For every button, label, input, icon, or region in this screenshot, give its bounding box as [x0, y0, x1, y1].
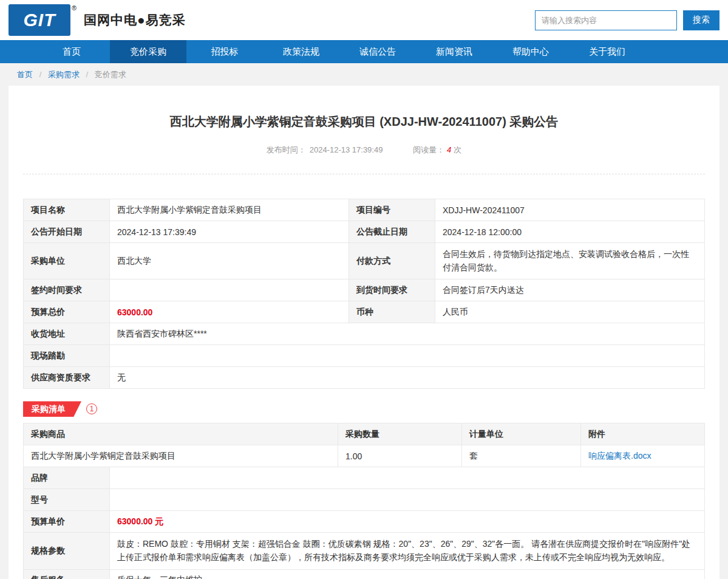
table-row: 型号	[24, 489, 705, 511]
table-row: 收货地址 陕西省西安市碑林区****	[24, 323, 705, 345]
item-unit: 套	[462, 445, 581, 467]
col-header-unit: 计量单位	[462, 423, 581, 445]
purchase-list-table: 采购商品 采购数量 计量单位 附件 西北大学附属小学紫铜定音鼓采购项目 1.00…	[23, 423, 705, 579]
publish-time-value: 2024-12-13 17:39:49	[310, 145, 383, 154]
table-row: 品牌	[24, 467, 705, 489]
announcement-meta: 发布时间：2024-12-13 17:39:49 阅读量：4次	[23, 145, 705, 174]
qualification-label: 供应商资质要求	[24, 367, 110, 389]
address-label: 收货地址	[24, 323, 110, 345]
spec-value: 鼓皮：REMO 鼓腔：专用铜材 支架：超强铝合金 鼓圈：优质碳素钢 规格：20"…	[110, 533, 705, 569]
payment-label: 付款方式	[349, 243, 435, 279]
nav-item-tender[interactable]: 招投标	[186, 40, 263, 63]
purchase-list-badge: 采购清单	[23, 401, 81, 417]
buyer-label: 采购单位	[24, 243, 110, 279]
end-date-label: 公告截止日期	[349, 221, 435, 243]
search-area: 搜索	[535, 10, 719, 30]
brand-label: 品牌	[24, 467, 110, 489]
views-label: 阅读量：	[413, 145, 444, 154]
project-name-label: 项目名称	[24, 199, 110, 221]
announcement-card: 西北大学附属小学紫铜定音鼓采购项目 (XDJJ-HW-202411007) 采购…	[9, 86, 719, 579]
table-row: 采购单位 西北大学 付款方式 合同生效后，待货物到达指定地点、安装调试验收合格后…	[24, 243, 705, 279]
breadcrumb: 首页 / 采购需求 / 竞价需求	[0, 63, 728, 86]
breadcrumb-current: 竞价需求	[95, 70, 126, 79]
brand-value	[110, 467, 705, 489]
service-label: 售后服务	[24, 569, 110, 579]
table-row: 项目名称 西北大学附属小学紫铜定音鼓采购项目 项目编号 XDJJ-HW-2024…	[24, 199, 705, 221]
search-input[interactable]	[535, 10, 677, 30]
model-value	[110, 489, 705, 511]
payment-value: 合同生效后，待货物到达指定地点、安装调试验收合格后，一次性付清合同货款。	[435, 243, 705, 279]
project-info-table: 项目名称 西北大学附属小学紫铜定音鼓采购项目 项目编号 XDJJ-HW-2024…	[23, 199, 705, 389]
item-quantity: 1.00	[338, 445, 462, 467]
col-header-attachment: 附件	[581, 423, 705, 445]
nav-item-policy[interactable]: 政策法规	[263, 40, 339, 63]
views-count: 4	[447, 145, 451, 154]
project-no-value: XDJJ-HW-202411007	[435, 199, 705, 221]
start-date-value: 2024-12-13 17:39:49	[110, 221, 349, 243]
site-visit-label: 现场踏勘	[24, 345, 110, 367]
site-logo[interactable]: GIT	[9, 4, 70, 36]
table-row: 签约时间要求 到货时间要求 合同签订后7天内送达	[24, 279, 705, 301]
start-date-label: 公告开始日期	[24, 221, 110, 243]
logo-text: GIT	[24, 10, 56, 30]
delivery-time-value: 合同签订后7天内送达	[435, 279, 705, 301]
search-button[interactable]: 搜索	[683, 10, 719, 30]
nav-item-news[interactable]: 新闻资讯	[416, 40, 492, 63]
attachment-link[interactable]: 响应偏离表.docx	[588, 451, 651, 461]
site-visit-value	[110, 345, 705, 367]
table-row: 现场踏勘	[24, 345, 705, 367]
sign-time-value	[110, 279, 349, 301]
qualification-value: 无	[110, 367, 705, 389]
purchase-list-header: 采购清单 1	[23, 401, 705, 417]
project-no-label: 项目编号	[349, 199, 435, 221]
breadcrumb-purchase-demand[interactable]: 采购需求	[48, 70, 80, 79]
page-title: 西北大学附属小学紫铜定音鼓采购项目 (XDJJ-HW-202411007) 采购…	[23, 86, 705, 130]
breadcrumb-separator: /	[86, 70, 89, 79]
table-row: 供应商资质要求 无	[24, 367, 705, 389]
col-header-product: 采购商品	[24, 423, 338, 445]
buyer-value: 西北大学	[110, 243, 349, 279]
unit-price-value: 63000.00 元	[110, 511, 705, 533]
table-row: 预算单价 63000.00 元	[24, 511, 705, 533]
table-row: 规格参数 鼓皮：REMO 鼓腔：专用铜材 支架：超强铝合金 鼓圈：优质碳素钢 规…	[24, 533, 705, 569]
budget-label: 预算总价	[24, 301, 110, 323]
address-value: 陕西省西安市碑林区****	[110, 323, 705, 345]
spec-label: 规格参数	[24, 533, 110, 569]
nav-item-integrity[interactable]: 诚信公告	[339, 40, 416, 63]
currency-value: 人民币	[435, 301, 705, 323]
unit-price-label: 预算单价	[24, 511, 110, 533]
currency-label: 币种	[349, 301, 435, 323]
site-title: 国网中电●易竞采	[84, 12, 186, 29]
nav-item-home[interactable]: 首页	[33, 40, 110, 63]
main-nav: 首页 竞价采购 招投标 政策法规 诚信公告 新闻资讯 帮助中心 关于我们	[0, 40, 728, 63]
delivery-time-label: 到货时间要求	[349, 279, 435, 301]
purchase-list-count-badge: 1	[86, 403, 97, 414]
table-row: 售后服务 质保十年，三年内维护。	[24, 569, 705, 579]
table-header-row: 采购商品 采购数量 计量单位 附件	[24, 423, 705, 445]
breadcrumb-home[interactable]: 首页	[17, 70, 33, 79]
project-name-value: 西北大学附属小学紫铜定音鼓采购项目	[110, 199, 349, 221]
service-value: 质保十年，三年内维护。	[110, 569, 705, 579]
table-row: 西北大学附属小学紫铜定音鼓采购项目 1.00 套 响应偏离表.docx	[24, 445, 705, 467]
publish-time-label: 发布时间：	[267, 145, 306, 154]
site-header: GIT ® 国网中电●易竞采 搜索	[0, 0, 728, 40]
breadcrumb-separator: /	[39, 70, 42, 79]
registered-mark-icon: ®	[72, 4, 77, 12]
nav-item-about[interactable]: 关于我们	[569, 40, 645, 63]
views-unit: 次	[454, 145, 461, 154]
col-header-quantity: 采购数量	[338, 423, 462, 445]
nav-item-bidding-purchase[interactable]: 竞价采购	[110, 40, 186, 63]
sign-time-label: 签约时间要求	[24, 279, 110, 301]
nav-item-help[interactable]: 帮助中心	[492, 40, 569, 63]
budget-value: 63000.00	[110, 301, 349, 323]
end-date-value: 2024-12-18 12:00:00	[435, 221, 705, 243]
table-row: 公告开始日期 2024-12-13 17:39:49 公告截止日期 2024-1…	[24, 221, 705, 243]
brand: GIT ® 国网中电●易竞采	[9, 4, 186, 36]
table-row: 预算总价 63000.00 币种 人民币	[24, 301, 705, 323]
model-label: 型号	[24, 489, 110, 511]
item-product: 西北大学附属小学紫铜定音鼓采购项目	[24, 445, 338, 467]
